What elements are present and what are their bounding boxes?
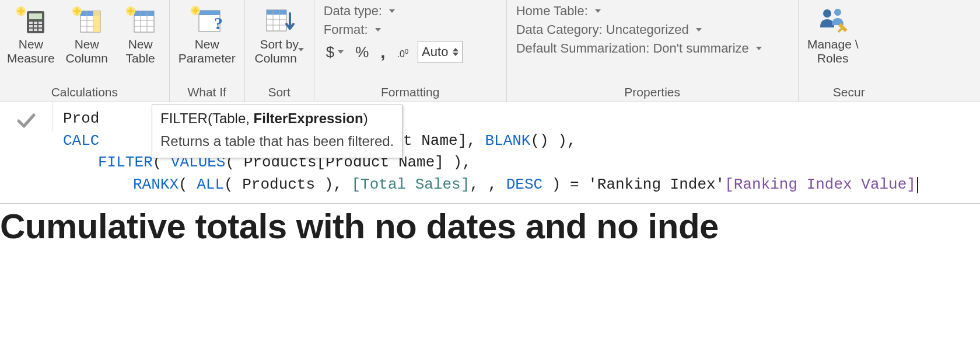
formula-line-4: RANKX( ALL( Products ), [Total Sales], ,… xyxy=(63,174,974,196)
decimal-places-input[interactable]: Auto xyxy=(418,41,463,63)
ribbon: New Measure New Column xyxy=(0,0,980,102)
new-measure-icon xyxy=(15,4,47,36)
new-measure-label: New Measure xyxy=(7,37,55,65)
svg-rect-18 xyxy=(93,11,100,32)
decimal-icon: .00 xyxy=(397,49,408,60)
group-name-security: Secur xyxy=(801,84,865,102)
checkmark-icon xyxy=(15,109,37,131)
svg-point-37 xyxy=(823,9,831,18)
new-parameter-label: New Parameter xyxy=(178,37,236,65)
chevron-down-icon xyxy=(298,48,304,65)
decimal-places-button[interactable]: .00 xyxy=(395,46,411,58)
manage-roles-label: Manage \ Roles xyxy=(807,37,859,65)
sort-by-column-icon xyxy=(263,4,296,36)
svg-text:?: ? xyxy=(214,13,223,33)
new-parameter-button[interactable]: ? New Parameter xyxy=(172,1,242,65)
ribbon-group-properties: Home Table: Data Category: Uncategorized… xyxy=(507,0,799,102)
svg-rect-7 xyxy=(38,25,42,27)
new-column-button[interactable]: New Column xyxy=(61,1,113,65)
chevron-down-icon xyxy=(389,9,395,13)
thousands-separator-button[interactable]: , xyxy=(378,41,387,63)
home-table-dropdown[interactable]: Home Table: xyxy=(516,4,789,19)
chevron-down-icon xyxy=(696,28,702,32)
ribbon-group-sort: Sort by Column Sort xyxy=(245,0,314,102)
format-dropdown[interactable]: Format: xyxy=(324,22,497,37)
decimal-places-value: Auto xyxy=(422,44,448,60)
svg-rect-10 xyxy=(38,29,42,31)
svg-rect-2 xyxy=(29,22,33,24)
formula-editor[interactable]: FILTER(Table, FilterExpression) Returns … xyxy=(52,102,980,203)
report-title: Cumulative totals with no dates and no i… xyxy=(0,204,980,246)
svg-rect-6 xyxy=(34,25,37,27)
ribbon-group-whatif: ? New Parameter What If xyxy=(170,0,245,102)
spinner-control[interactable] xyxy=(453,48,459,56)
data-category-dropdown[interactable]: Data Category: Uncategorized xyxy=(516,22,789,37)
spinner-up-icon[interactable] xyxy=(453,48,459,51)
svg-rect-9 xyxy=(34,29,37,31)
percent-icon: % xyxy=(355,43,369,61)
svg-rect-5 xyxy=(29,25,33,27)
ribbon-group-formatting: Data type: Format: $ % , .00 xyxy=(314,0,507,102)
manage-roles-icon xyxy=(817,4,849,36)
currency-format-button[interactable]: $ xyxy=(324,42,346,62)
chevron-down-icon xyxy=(756,47,762,50)
group-name-calculations: Calculations xyxy=(2,84,167,102)
intellisense-tooltip: FILTER(Table, FilterExpression) Returns … xyxy=(152,105,402,158)
new-measure-button[interactable]: New Measure xyxy=(2,1,60,65)
svg-rect-1 xyxy=(29,13,42,19)
text-cursor xyxy=(917,177,918,193)
percent-format-button[interactable]: % xyxy=(353,42,371,62)
new-table-button[interactable]: New Table xyxy=(114,1,167,65)
group-name-properties: Properties xyxy=(509,84,796,102)
home-table-label: Home Table: xyxy=(516,4,588,19)
svg-point-38 xyxy=(834,9,841,16)
tooltip-signature: FILTER(Table, FilterExpression) xyxy=(160,109,394,129)
chevron-down-icon xyxy=(338,50,344,54)
chevron-down-icon xyxy=(595,9,601,13)
comma-icon: , xyxy=(380,42,385,62)
tooltip-description: Returns a table that has been filtered. xyxy=(160,131,394,152)
manage-roles-button[interactable]: Manage \ Roles xyxy=(801,1,865,65)
ribbon-group-calculations: New Measure New Column xyxy=(0,0,170,102)
data-type-dropdown[interactable]: Data type: xyxy=(324,4,497,19)
format-label: Format: xyxy=(324,22,368,37)
svg-rect-8 xyxy=(29,29,33,31)
svg-rect-32 xyxy=(267,10,286,15)
group-name-sort: Sort xyxy=(247,84,312,102)
new-table-label: New Table xyxy=(126,37,155,65)
data-category-label: Data Category: Uncategorized xyxy=(516,22,689,37)
default-summarization-label: Default Summarization: Don't summarize xyxy=(516,41,749,56)
new-column-label: New Column xyxy=(66,37,108,65)
default-summarization-dropdown[interactable]: Default Summarization: Don't summarize xyxy=(516,41,789,56)
currency-icon: $ xyxy=(326,43,334,61)
svg-rect-21 xyxy=(134,11,154,16)
svg-rect-4 xyxy=(38,22,42,24)
new-column-icon xyxy=(71,4,103,36)
ribbon-group-security: Manage \ Roles Secur xyxy=(799,0,867,102)
sort-by-column-label: Sort by Column xyxy=(255,37,304,65)
commit-formula-button[interactable] xyxy=(0,102,52,131)
new-parameter-icon: ? xyxy=(190,4,225,36)
group-name-formatting: Formatting xyxy=(317,84,504,102)
group-name-whatif: What If xyxy=(172,84,242,102)
formula-bar: FILTER(Table, FilterExpression) Returns … xyxy=(0,102,980,204)
new-table-icon xyxy=(125,4,156,36)
sort-by-column-button[interactable]: Sort by Column xyxy=(247,1,312,65)
spinner-down-icon[interactable] xyxy=(453,53,459,56)
data-type-label: Data type: xyxy=(324,4,382,19)
chevron-down-icon xyxy=(375,28,381,32)
svg-rect-3 xyxy=(34,22,37,24)
